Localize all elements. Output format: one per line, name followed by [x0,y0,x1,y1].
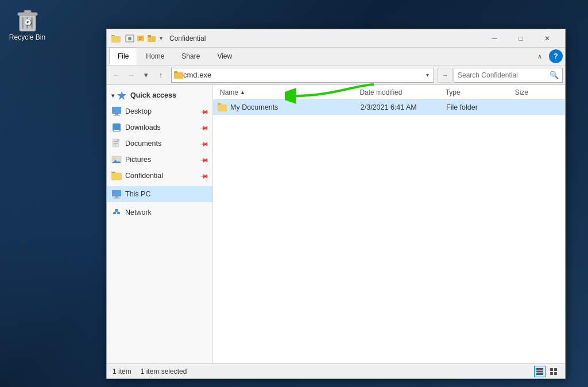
sidebar-section-network: Network [107,204,212,220]
svg-rect-30 [114,143,118,144]
file-name: My Documents [230,103,278,111]
col-header-size[interactable]: Size [513,85,560,99]
col-type-label: Type [446,88,461,96]
downloads-icon [111,122,122,133]
sidebar-this-pc-label: This PC [125,190,150,198]
forward-button[interactable]: → [124,68,138,82]
pictures-pin-icon: 📌 [200,155,209,164]
sidebar-item-confidential[interactable]: Confidential 📌 [107,168,212,184]
file-type: File folder [446,103,478,111]
confidential-pin-icon: 📌 [200,171,209,180]
col-header-type[interactable]: Type [443,85,513,99]
search-icon[interactable]: 🔍 [550,71,559,79]
sidebar-documents-label: Documents [125,140,161,148]
downloads-pin-icon: 📌 [200,123,209,132]
sidebar-item-downloads[interactable]: Downloads 📌 [107,119,212,136]
up-button[interactable]: ↑ [154,68,168,82]
documents-icon [111,138,122,149]
file-list-header: Name ▲ Date modified Type Size [213,85,565,100]
sidebar-item-network[interactable]: Network [107,204,212,220]
desktop: ♻ Recycle Bin [0,0,588,387]
svg-rect-9 [111,36,121,42]
svg-rect-51 [218,105,227,111]
col-name-label: Name [220,88,238,96]
svg-rect-54 [536,373,543,375]
sidebar-section-this-pc: This PC [107,186,212,202]
search-wrap[interactable]: 🔍 [454,68,563,83]
file-name-cell: My Documents [218,103,361,112]
documents-pin-icon: 📌 [200,139,209,148]
window-controls: ─ □ ✕ [481,29,560,48]
sidebar-quick-access-header[interactable]: ▾ Quick access [107,87,212,103]
title-bar-left: ▾ Confidential [111,34,481,43]
address-input-wrap[interactable]: cmd.exe ▾ [171,68,434,83]
svg-rect-55 [550,368,553,371]
svg-rect-56 [554,368,557,371]
address-folder-icon [174,71,183,80]
sidebar-item-desktop[interactable]: Desktop 📌 [107,103,212,119]
go-button[interactable]: → [438,68,452,83]
svg-rect-29 [114,141,118,142]
col-header-date[interactable]: Date modified [357,85,443,99]
help-button[interactable]: ? [549,49,563,63]
title-bar: ▾ Confidential ─ □ ✕ [107,29,565,48]
quick-access-icons [125,34,156,42]
svg-rect-57 [550,372,553,375]
back-button[interactable]: ← [109,68,123,82]
desktop-icon [111,106,122,117]
sidebar: ▾ Quick access D [107,85,213,363]
tab-file[interactable]: File [109,48,137,65]
address-dropdown-arrow[interactable]: ▾ [424,72,431,78]
pictures-icon [111,154,122,165]
details-view-icon [536,367,544,376]
svg-rect-24 [113,115,120,116]
sidebar-item-pictures[interactable]: Pictures 📌 [107,152,212,168]
tab-share[interactable]: Share [173,48,208,65]
close-button[interactable]: ✕ [534,29,560,48]
desktop-pin-icon: 📌 [200,107,209,116]
title-bar-dropdown[interactable]: ▾ [160,35,163,41]
svg-rect-53 [536,370,543,372]
recycle-bin-label: Recycle Bin [9,33,45,41]
col-header-name[interactable]: Name ▲ [218,85,357,99]
file-folder-icon [218,103,227,112]
maximize-button[interactable]: □ [508,29,534,48]
recent-locations-button[interactable]: ▾ [139,68,153,82]
qa-icon-3[interactable] [147,34,156,42]
svg-rect-16 [148,35,151,37]
svg-point-34 [113,157,115,160]
qa-icon-2[interactable] [136,34,145,42]
quick-access-icon [117,90,127,100]
status-count: 1 item [113,367,131,376]
recycle-bin-icon[interactable]: ♻ Recycle Bin [6,6,49,41]
table-row[interactable]: My Documents 2/3/2021 6:41 AM File folde… [213,100,565,115]
svg-rect-27 [114,130,119,131]
file-date-cell: 2/3/2021 6:41 AM [361,103,446,111]
tab-view[interactable]: View [208,48,241,65]
search-input[interactable] [458,71,550,79]
confidential-folder-icon [111,171,122,181]
sidebar-section-quick-access: ▾ Quick access D [107,87,212,184]
ribbon: File Home Share View ∧ ? [107,48,565,65]
main-area: ▾ Quick access D [107,85,565,363]
sidebar-item-this-pc[interactable]: This PC [107,186,212,202]
svg-rect-32 [117,139,119,141]
svg-rect-58 [554,372,557,375]
address-text: cmd.exe [183,71,424,79]
window-title: Confidential [169,34,206,42]
tab-home[interactable]: Home [137,48,173,65]
sidebar-item-documents[interactable]: Documents 📌 [107,136,212,152]
large-icons-view-button[interactable] [548,366,559,377]
address-bar: ← → ▾ ↑ cmd.exe ▾ → 🔍 [107,65,565,85]
file-date: 2/3/2021 6:41 AM [361,103,417,111]
col-size-label: Size [515,88,528,96]
ribbon-collapse-chevron[interactable]: ∧ [533,51,547,63]
svg-rect-42 [113,198,120,199]
svg-rect-22 [112,107,121,113]
qa-icon-1[interactable] [125,34,134,42]
ribbon-tabs: File Home Share View ∧ ? [107,48,565,65]
view-controls [534,366,559,377]
svg-rect-12 [137,36,144,41]
details-view-button[interactable] [534,366,546,377]
minimize-button[interactable]: ─ [481,29,508,48]
